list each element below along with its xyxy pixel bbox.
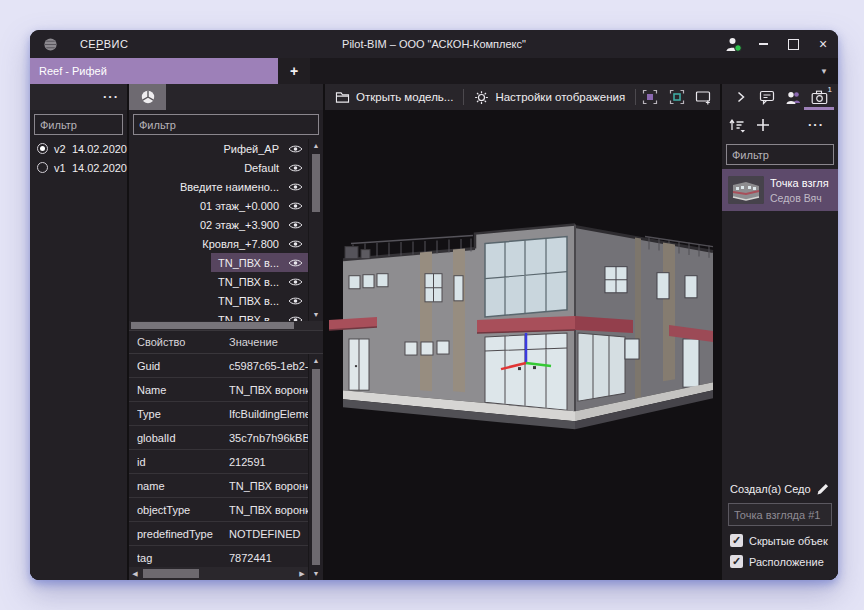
tab-model-structure[interactable]: [129, 84, 166, 110]
scroll-down-icon[interactable]: ▼: [309, 308, 323, 321]
add-tab-button[interactable]: [278, 58, 310, 84]
tree-item[interactable]: TN_ПВХ в...: [211, 310, 308, 321]
versions-filter-input[interactable]: [34, 114, 123, 135]
tree-horizontal-scrollbar[interactable]: [129, 321, 323, 330]
maximize-button[interactable]: [778, 30, 808, 58]
property-row[interactable]: objectType TN_ПВХ воронка: [129, 498, 308, 522]
scroll-down-icon[interactable]: ▼: [309, 567, 323, 580]
tree-item-label: Рифей_АР: [143, 143, 286, 155]
property-row[interactable]: predefinedType NOTDEFINED: [129, 522, 308, 546]
tree-item[interactable]: 02 этаж_+3.900: [194, 215, 308, 234]
visibility-eye-icon[interactable]: [286, 239, 304, 249]
visibility-eye-icon[interactable]: [286, 144, 304, 154]
tab-viewpoints[interactable]: 1: [807, 84, 831, 110]
property-value: IfcBuildingElement: [229, 408, 308, 420]
pencil-icon: [816, 482, 830, 496]
viewpoints-menu-button[interactable]: [808, 120, 824, 130]
version-item[interactable]: v1 14.02.2020: [30, 158, 127, 177]
property-key: name: [137, 480, 229, 492]
version-item[interactable]: v2 14.02.2020: [30, 139, 127, 158]
property-key: objectType: [137, 504, 229, 516]
model-tree: Рифей_АР Default Введите наимено...: [129, 139, 308, 321]
viewpoint-item[interactable]: Точка взгля Седов Вяч: [722, 169, 838, 211]
tab-comments[interactable]: [755, 84, 779, 110]
tree-item[interactable]: TN_ПВХ в...: [211, 272, 308, 291]
close-button[interactable]: [808, 30, 838, 58]
tree-item[interactable]: Default: [160, 158, 308, 177]
tree-item-label: TN_ПВХ в...: [211, 257, 286, 269]
user-presence-icon[interactable]: [718, 30, 748, 58]
sort-icon: [728, 117, 746, 133]
versions-menu-button[interactable]: [103, 92, 119, 102]
edit-button[interactable]: [816, 482, 830, 496]
property-row[interactable]: Name TN_ПВХ воронка: [129, 378, 308, 402]
visibility-eye-icon[interactable]: [286, 296, 304, 306]
tree-item[interactable]: Рифей_АР: [143, 139, 308, 158]
building-model-graphic: [325, 110, 720, 580]
visibility-eye-icon[interactable]: [286, 258, 304, 268]
visibility-eye-icon[interactable]: [286, 277, 304, 287]
screen-plus-icon: [695, 90, 712, 105]
visibility-eye-icon[interactable]: [286, 163, 304, 173]
visibility-eye-icon[interactable]: [286, 220, 304, 230]
selection-brackets-teal-icon: [669, 89, 685, 105]
properties-table: Guid c5987c65-1eb2-46b Name TN_ПВХ ворон…: [129, 354, 308, 580]
tree-item[interactable]: 01 этаж_+0.000: [194, 196, 308, 215]
checkbox-row[interactable]: Расположение: [722, 551, 838, 572]
tree-item[interactable]: Кровля_+7.800: [194, 234, 308, 253]
version-radio[interactable]: [37, 143, 48, 154]
add-viewpoint-button[interactable]: [756, 118, 770, 132]
property-row[interactable]: name TN_ПВХ воронка: [129, 474, 308, 498]
checkbox[interactable]: [730, 555, 743, 568]
zoom-extents-button[interactable]: [663, 84, 690, 110]
scroll-right-icon[interactable]: ▶: [296, 570, 308, 578]
document-tab-bar: Reef - Рифей: [30, 58, 838, 84]
property-row[interactable]: globalId 35c7nb7h96kBBxes: [129, 426, 308, 450]
open-model-button[interactable]: Открыть модель...: [325, 84, 463, 110]
scroll-up-icon[interactable]: ▲: [309, 354, 323, 367]
tree-filter-input[interactable]: [133, 114, 319, 135]
property-row[interactable]: id 212591: [129, 450, 308, 474]
tree-scrollbar[interactable]: ▲ ▼: [308, 139, 323, 321]
tree-item[interactable]: TN_ПВХ в...: [211, 253, 308, 272]
properties-col-value: Значение: [229, 336, 323, 348]
properties-horizontal-scrollbar[interactable]: ◀ ▶: [129, 567, 308, 580]
people-icon: [785, 90, 802, 105]
selection-brackets-purple-icon: [642, 89, 658, 105]
visibility-eye-icon[interactable]: [286, 201, 304, 211]
tab-reef-rifey[interactable]: Reef - Рифей: [30, 58, 278, 84]
select-frame-button[interactable]: [636, 84, 663, 110]
created-by-label: Создал(а) Седо: [730, 483, 811, 495]
tree-item[interactable]: Введите наимено...: [177, 177, 308, 196]
active-tab-indicator: [804, 107, 834, 110]
version-radio[interactable]: [37, 162, 48, 173]
display-settings-button[interactable]: Настройки отображения: [464, 84, 635, 110]
add-view-button[interactable]: [690, 84, 717, 110]
visibility-eye-icon[interactable]: [286, 182, 304, 192]
viewpoints-filter-input[interactable]: [726, 144, 834, 165]
tab-participants[interactable]: [781, 84, 805, 110]
sort-button[interactable]: [728, 117, 746, 133]
tree-item-label: Кровля_+7.800: [194, 238, 286, 250]
property-row[interactable]: Guid c5987c65-1eb2-46b: [129, 354, 308, 378]
menu-service[interactable]: СЕРВИС: [80, 38, 128, 50]
properties-scrollbar[interactable]: ▲ ▼: [308, 354, 323, 580]
property-value: TN_ПВХ воронка: [229, 384, 308, 396]
viewpoint-author: Седов Вяч: [770, 191, 832, 205]
viewpoint-name-input[interactable]: [728, 503, 832, 526]
minimize-button[interactable]: [748, 30, 778, 58]
property-value: TN_ПВХ воронка: [229, 480, 308, 492]
scroll-left-icon[interactable]: ◀: [129, 570, 141, 578]
versions-list: v2 14.02.2020 v1 14.02.2020: [30, 139, 127, 177]
tree-item[interactable]: TN_ПВХ в...: [211, 291, 308, 310]
gear-icon: [474, 90, 489, 105]
checkbox-row[interactable]: Скрытые объек: [722, 530, 838, 551]
property-key: globalId: [137, 432, 229, 444]
window-title: Pilot-BIM – ООО "АСКОН-Комплекс": [30, 38, 838, 50]
tab-list-dropdown-icon[interactable]: [820, 58, 828, 84]
3d-viewport[interactable]: [325, 110, 720, 580]
property-row[interactable]: Type IfcBuildingElement: [129, 402, 308, 426]
scroll-up-icon[interactable]: ▲: [309, 139, 323, 152]
collapse-panel-button[interactable]: [729, 84, 753, 110]
checkbox[interactable]: [730, 534, 743, 547]
